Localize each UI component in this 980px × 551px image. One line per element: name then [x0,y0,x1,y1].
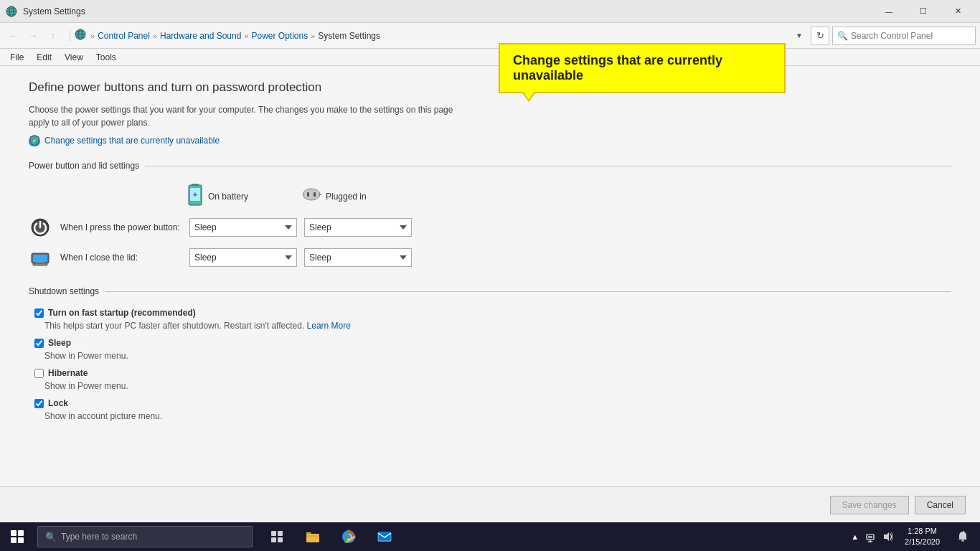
sleep-sub: Show in Power menu. [29,351,951,361]
breadcrumb-arrow-1: » [90,32,95,40]
hibernate-checkbox[interactable] [34,369,44,378]
hibernate-label: Hibernate [48,368,88,378]
svg-text:✓: ✓ [32,138,37,143]
power-button-plugged-dropdown[interactable]: Do nothing Sleep Hibernate Shut down Tur… [304,218,412,237]
menu-tools[interactable]: Tools [90,51,122,64]
maximize-button[interactable]: ☐ [907,0,940,23]
nav-bar: ← → ↑ » Control Panel » Hardware and Sou… [0,23,980,49]
clock[interactable]: 1:28 PM 2/15/2020 [899,522,946,551]
file-explorer-button[interactable] [296,522,330,551]
col-header-battery-label: On battery [208,192,248,202]
change-settings-link[interactable]: Change settings that are currently unava… [44,136,220,146]
mail-button[interactable] [367,522,402,551]
plug-icon [301,187,321,205]
svg-rect-24 [271,531,276,536]
svg-text:+: + [193,191,197,199]
title-bar-controls: — ☐ ✕ [872,0,974,23]
menu-file[interactable]: File [4,51,29,64]
svg-rect-26 [271,537,276,542]
settings-table: + On battery Plugged in [29,182,459,269]
refresh-button[interactable]: ↻ [811,27,829,45]
breadcrumb-arrow-3: » [244,32,248,40]
page-title: Define power buttons and turn on passwor… [29,80,951,95]
svg-rect-28 [306,534,319,542]
start-button[interactable] [0,522,34,551]
search-input[interactable] [851,31,971,41]
shield-icon: ✓ [29,135,40,146]
notification-button[interactable] [951,522,974,551]
volume-icon [882,531,893,542]
save-changes-button[interactable]: Save changes [830,496,909,514]
sleep-row: Sleep [29,338,951,348]
breadcrumb-current: System Settings [318,31,380,41]
time-display: 1:28 PM [908,526,937,537]
svg-rect-29 [306,535,319,537]
lid-icon [29,246,52,269]
close-lid-battery-dropdown[interactable]: Do nothing Sleep Hibernate Shut down Tur… [189,248,297,267]
title-bar: System Settings — ☐ ✕ [0,0,980,23]
col-header-battery: + On battery [187,182,301,210]
column-headers: + On battery Plugged in [29,182,459,210]
taskbar-search[interactable]: 🔍 Type here to search [37,526,253,547]
power-button-icon [29,216,52,239]
taskbar: 🔍 Type here to search [0,522,980,551]
setting-row-power-button: When I press the power button: Do nothin… [29,216,459,239]
hibernate-row: Hibernate [29,368,951,378]
fast-startup-row: Turn on fast startup (recommended) [29,308,951,318]
taskbar-search-text: Type here to search [61,532,137,542]
task-view-button[interactable] [260,522,294,551]
minimize-button[interactable]: — [872,0,905,23]
breadcrumb-control-panel[interactable]: Control Panel [98,31,150,41]
callout-text: Change settings that are currently unava… [513,53,722,83]
close-lid-label: When I close the lid: [60,253,189,263]
power-button-battery-dropdown[interactable]: Do nothing Sleep Hibernate Shut down Tur… [189,218,297,237]
fast-startup-checkbox[interactable] [34,309,44,318]
back-button[interactable]: ← [4,27,22,44]
learn-more-link[interactable]: Learn More [307,321,351,331]
up-button[interactable]: ↑ [44,27,62,44]
shutdown-settings: Turn on fast startup (recommended) This … [29,308,951,421]
svg-rect-22 [33,255,47,262]
svg-rect-38 [868,536,872,538]
forward-button[interactable]: → [24,27,42,44]
windows-logo [11,530,24,543]
col-header-plugged: Plugged in [301,187,416,205]
sleep-checkbox[interactable] [34,339,44,348]
close-lid-plugged-dropdown[interactable]: Do nothing Sleep Hibernate Shut down Tur… [304,248,412,267]
power-button-section-header: Power button and lid settings [29,161,951,171]
breadcrumb-hardware-sound[interactable]: Hardware and Sound [160,31,241,41]
system-tray-icons: ▲ [851,531,893,542]
power-button-label: When I press the power button: [60,222,189,232]
lock-checkbox[interactable] [34,399,44,408]
setting-row-close-lid: When I close the lid: Do nothing Sleep H… [29,246,459,269]
title-bar-left: System Settings [6,6,85,17]
win-square-2 [18,530,24,536]
svg-rect-23 [33,263,47,265]
hibernate-sub: Show in Power menu. [29,381,951,391]
globe-icon [75,29,86,43]
breadcrumb-power-options[interactable]: Power Options [252,31,308,41]
callout-box: Change settings that are currently unava… [499,43,786,93]
change-settings-row: ✓ Change settings that are currently una… [29,135,951,146]
menu-edit[interactable]: Edit [31,51,57,64]
date-display: 2/15/2020 [905,537,940,547]
breadcrumb-arrow-2: » [153,32,157,40]
description: Choose the power settings that you want … [29,103,459,129]
cancel-button[interactable]: Cancel [915,496,966,514]
win-square-4 [18,537,24,543]
sleep-label: Sleep [48,338,71,348]
chrome-button[interactable] [331,522,366,551]
power-button-section-title: Power button and lid settings [29,161,139,171]
fast-startup-label: Turn on fast startup (recommended) [48,308,196,318]
menu-view[interactable]: View [59,51,89,64]
dropdown-button[interactable]: ▼ [791,27,808,44]
section-divider-line [145,166,951,166]
battery-icon: + [187,182,204,210]
callout-arrow-inner [523,91,534,100]
chevron-icon[interactable]: ▲ [851,532,859,541]
lock-sub: Show in account picture menu. [29,411,951,421]
svg-point-39 [961,540,964,542]
svg-rect-17 [314,192,316,197]
win-square-1 [11,530,17,536]
close-button[interactable]: ✕ [941,0,974,23]
